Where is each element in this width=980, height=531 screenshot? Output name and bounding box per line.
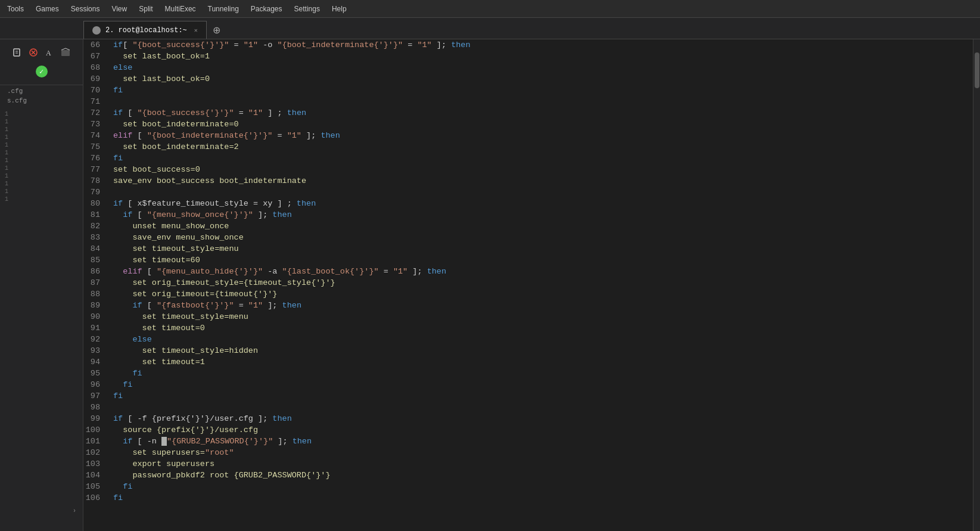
code-line: set last_boot_ok=1	[113, 51, 973, 62]
line-number: 69	[83, 73, 105, 85]
line-number: 68	[83, 62, 105, 73]
sidebar-indicator: 1	[1, 188, 82, 195]
code-line: export superusers	[113, 458, 973, 470]
line-number: 76	[83, 153, 105, 164]
line-number: 72	[83, 107, 105, 119]
line-number: 105	[83, 481, 105, 492]
sidebar-indicator: 1	[1, 133, 82, 141]
toolbar-games[interactable]: Games	[32, 4, 63, 14]
code-line: if [ "{boot_success{'}'}" = "1" -o "{boo…	[113, 39, 973, 51]
tab-icon	[92, 26, 101, 35]
line-number: 78	[83, 175, 105, 187]
line-number: 67	[83, 51, 105, 62]
line-number: 93	[83, 345, 105, 356]
code-line: fi	[113, 481, 973, 492]
sidebar-indicator: 1	[1, 164, 82, 172]
code-line: set boot_success=0	[113, 164, 973, 175]
tab-close-btn[interactable]: ✕	[194, 27, 198, 34]
toolbar-settings[interactable]: Settings	[291, 4, 323, 14]
code-line: else	[113, 334, 973, 345]
line-number: 104	[83, 470, 105, 481]
sidebar-bottom-arrow[interactable]: ›	[70, 507, 79, 516]
sidebar-file-scfg[interactable]: s.cfg	[5, 96, 78, 105]
toolbar-multiexec[interactable]: MultiExec	[161, 4, 200, 14]
code-line: password_pbkdf2 root {GRUB2_PASSWORD{'}'…	[113, 470, 973, 481]
sidebar-indicator: 1	[1, 172, 82, 180]
sidebar-icon-close[interactable]	[26, 45, 41, 60]
svg-rect-7	[61, 50, 70, 56]
code-line: save_env boot_success boot_indeterminate	[113, 175, 973, 187]
code-line: fi	[113, 390, 973, 402]
line-number: 99	[83, 413, 105, 424]
code-lines: if [ "{boot_success{'}'}" = "1" -o "{boo…	[111, 39, 973, 531]
line-number: 98	[83, 402, 105, 413]
code-line: set orig_timeout={timeout{'}'}	[113, 288, 973, 300]
line-number: 71	[83, 96, 105, 107]
line-number: 74	[83, 130, 105, 141]
code-line: unset menu_show_once	[113, 221, 973, 232]
code-line: if [ "{fastboot{'}'}" = "1" ]; then	[113, 300, 973, 311]
toolbar-packages[interactable]: Packages	[247, 4, 286, 14]
code-line: set orig_timeout_style={timeout_style{'}…	[113, 277, 973, 288]
tab-terminal[interactable]: 2. root@localhost:~ ✕	[83, 21, 207, 39]
sidebar-icon-info[interactable]	[58, 45, 73, 60]
line-number: 103	[83, 458, 105, 470]
sidebar-indicator: 1	[1, 149, 82, 157]
tab-add-btn[interactable]: ⊕	[207, 21, 226, 39]
toolbar-split[interactable]: Split	[135, 4, 156, 14]
code-line: fi	[113, 379, 973, 390]
code-line	[113, 187, 973, 198]
line-number: 82	[83, 221, 105, 232]
code-line: set timeout=0	[113, 322, 973, 334]
line-number: 86	[83, 266, 105, 277]
line-number: 70	[83, 85, 105, 96]
code-editor[interactable]: 6667686970717273747576777879808182838485…	[83, 39, 980, 531]
code-line: set last_boot_ok=0	[113, 73, 973, 85]
toolbar-tunneling[interactable]: Tunneling	[204, 4, 242, 14]
code-line: set timeout=1	[113, 356, 973, 368]
line-number: 79	[83, 187, 105, 198]
line-number: 80	[83, 198, 105, 209]
scroll-indicator[interactable]	[973, 39, 980, 531]
line-number: 92	[83, 334, 105, 345]
code-line: set timeout_style=hidden	[113, 345, 973, 356]
code-line: set superusers="root"	[113, 447, 973, 458]
sidebar-indicator: 1	[1, 180, 82, 188]
main-layout: A ✓ .cfg s.cfg 1 1 1 1 1 1 1 1 1 1 1 1	[0, 39, 980, 531]
sidebar-icon-new[interactable]	[10, 45, 24, 60]
code-line: else	[113, 62, 973, 73]
code-line: set timeout_style=menu	[113, 311, 973, 322]
toolbar: Tools Games Sessions View Split MultiExe…	[0, 0, 980, 18]
sidebar-icon-text[interactable]: A	[42, 45, 57, 60]
line-number: 94	[83, 356, 105, 368]
line-number: 89	[83, 300, 105, 311]
code-line: elif [ "{boot_indeterminate{'}'}" = "1" …	[113, 130, 973, 141]
line-number: 77	[83, 164, 105, 175]
code-line: fi	[113, 492, 973, 504]
code-line: fi	[113, 153, 973, 164]
sidebar: A ✓ .cfg s.cfg 1 1 1 1 1 1 1 1 1 1 1 1	[0, 39, 83, 531]
line-number: 106	[83, 492, 105, 504]
line-number: 95	[83, 368, 105, 379]
toolbar-view[interactable]: View	[108, 4, 130, 14]
code-line: if [ -f {prefix{'}'}/user.cfg ]; then	[113, 413, 973, 424]
line-number: 100	[83, 424, 105, 436]
line-number: 73	[83, 119, 105, 130]
code-line: fi	[113, 368, 973, 379]
sidebar-file-cfg[interactable]: .cfg	[5, 86, 78, 96]
line-number: 83	[83, 232, 105, 243]
toolbar-sessions[interactable]: Sessions	[67, 4, 104, 14]
line-number: 91	[83, 322, 105, 334]
line-number: 88	[83, 288, 105, 300]
line-number: 96	[83, 379, 105, 390]
line-number: 85	[83, 254, 105, 266]
code-line: set timeout_style=menu	[113, 243, 973, 254]
svg-line-9	[66, 48, 70, 50]
code-line: set timeout=60	[113, 254, 973, 266]
code-line: save_env menu_show_once	[113, 232, 973, 243]
code-line: fi	[113, 85, 973, 96]
toolbar-help[interactable]: Help	[328, 4, 350, 14]
tab-label: 2. root@localhost:~	[105, 26, 187, 35]
toolbar-tools[interactable]: Tools	[4, 4, 27, 14]
code-line: if [ "{boot_success{'}'}" = "1" ] ; then	[113, 107, 973, 119]
